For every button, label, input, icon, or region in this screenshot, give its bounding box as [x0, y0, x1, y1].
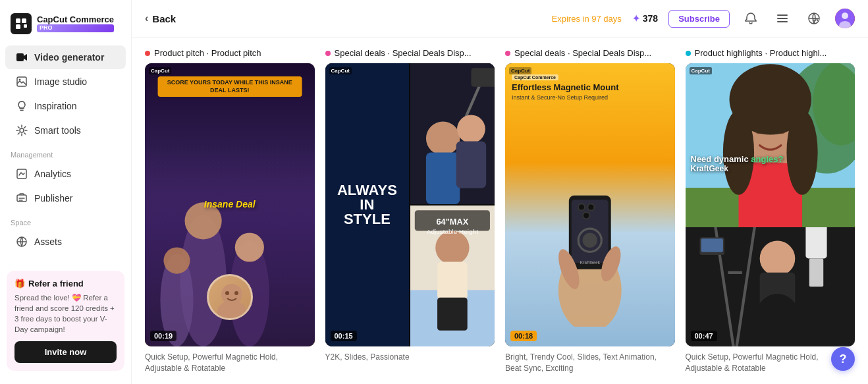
credits-icon: ✦	[632, 13, 640, 24]
svg-rect-2	[16, 24, 20, 29]
notification-button[interactable]	[740, 8, 761, 29]
svg-rect-4	[16, 53, 24, 61]
thumb1-overlay: Insane Deal	[204, 199, 256, 209]
svg-point-76	[759, 241, 795, 277]
menu-icon	[776, 12, 789, 25]
card-header: Product highlights · Product highl...	[686, 48, 855, 58]
sidebar-item-label: Video generator	[34, 52, 104, 63]
language-icon: EN	[807, 12, 821, 25]
svg-rect-34	[456, 141, 487, 188]
cards-container: Product pitch · Product pitch CapCut SCO…	[132, 38, 868, 384]
help-icon: ?	[840, 352, 847, 366]
svg-rect-0	[16, 18, 20, 23]
inspiration-icon	[16, 100, 28, 112]
sidebar-item-label: Smart tools	[34, 125, 81, 136]
card-header: Product pitch · Product pitch	[145, 48, 315, 58]
bell-icon	[744, 12, 757, 25]
sidebar-item-assets[interactable]: Assets	[5, 230, 126, 254]
svg-rect-1	[22, 18, 26, 23]
svg-point-21	[235, 233, 264, 261]
svg-rect-30	[472, 68, 495, 87]
card-desc-3: Bright, Trendy Cool, Slides, Text Animat…	[505, 352, 675, 374]
card-dot-cyan	[686, 51, 691, 56]
user-avatar[interactable]	[835, 9, 855, 28]
duration-badge-2: 00:15	[331, 331, 357, 341]
card-thumbnail-2[interactable]: CapCut ALWAYS IN STYLE	[325, 63, 495, 346]
sidebar-nav: Video generator Image studio Inspiration	[0, 45, 131, 265]
space-section-label: Space	[0, 211, 131, 229]
sidebar-item-publisher[interactable]: Publisher	[5, 186, 126, 210]
card-header-text: Product pitch · Product pitch	[154, 48, 261, 58]
duration-badge-3: 00:18	[510, 331, 537, 341]
refer-friend-desc: Spread the love! 💝 Refer a friend and sc…	[14, 292, 117, 335]
credits-badge: ✦ 378	[632, 13, 658, 24]
app-name-capcut: CapCut Commerce	[37, 15, 114, 24]
svg-point-49	[588, 204, 593, 209]
sidebar-item-inspiration[interactable]: Inspiration	[5, 94, 126, 118]
svg-point-47	[579, 204, 584, 209]
thumb1-banner: SCORE YOURS TODAY WHILE THIS INSANE DEAL…	[157, 76, 302, 97]
card-desc-4: Quick Setup, Powerful Magnetic Hold, Adj…	[686, 352, 855, 374]
card-dot-red	[145, 51, 150, 56]
svg-point-7	[20, 128, 24, 132]
sidebar-item-label: Analytics	[34, 169, 71, 179]
expires-text: Expires in 97 days	[552, 14, 622, 24]
publisher-icon	[16, 192, 28, 204]
image-studio-icon	[16, 76, 28, 88]
svg-text:KraftGeek: KraftGeek	[580, 260, 601, 264]
topbar: ‹ Back Expires in 97 days ✦ 378 Subscrib…	[132, 0, 868, 38]
main-content: ‹ Back Expires in 97 days ✦ 378 Subscrib…	[132, 0, 868, 384]
svg-text:Adjustable Height: Adjustable Height	[427, 228, 478, 235]
card-product-highlights: Product highlights · Product highl... Ca…	[686, 48, 855, 374]
svg-point-26	[225, 291, 229, 295]
card-thumbnail-1[interactable]: CapCut SCORE YOURS TODAY WHILE THIS INSA…	[145, 63, 315, 346]
duration-badge-4: 00:47	[691, 331, 717, 341]
back-label: Back	[152, 13, 176, 24]
cards-grid: Product pitch · Product pitch CapCut SCO…	[145, 48, 855, 374]
subscribe-button[interactable]: Subscribe	[668, 10, 730, 28]
card-desc-1: Quick Setup, Powerful Magnetic Hold, Adj…	[145, 352, 315, 374]
sidebar-item-label: Inspiration	[34, 101, 77, 111]
language-button[interactable]: EN	[803, 8, 825, 29]
sidebar-item-smart-tools[interactable]: Smart tools	[5, 119, 126, 142]
refer-friend-title: 🎁 Refer a friend	[14, 279, 117, 288]
svg-point-27	[234, 291, 238, 295]
card-dot-pink-2	[505, 51, 510, 56]
sidebar-item-label: Image studio	[34, 76, 87, 87]
svg-point-6	[19, 79, 21, 81]
svg-text:EN: EN	[813, 18, 818, 22]
svg-rect-32	[426, 153, 460, 204]
sidebar-item-video-generator[interactable]: Video generator	[5, 45, 126, 69]
help-button[interactable]: ?	[831, 347, 855, 371]
card-special-deals-1: Special deals · Special Deals Disp... Ca…	[325, 48, 495, 374]
card-thumbnail-4[interactable]: CapCut	[686, 63, 855, 346]
card-header-text: Product highlights · Product highl...	[695, 48, 827, 58]
card-header: Special deals · Special Deals Disp...	[505, 48, 675, 58]
analytics-icon	[16, 168, 28, 180]
svg-rect-12	[777, 21, 788, 22]
svg-rect-71	[805, 227, 827, 258]
svg-point-16	[842, 13, 848, 19]
svg-point-23	[163, 248, 190, 274]
svg-rect-3	[24, 24, 27, 28]
svg-point-68	[722, 110, 753, 195]
card-thumbnail-3[interactable]: CapCut CapCut Commerce Effortless Magnet…	[505, 63, 675, 346]
svg-rect-11	[777, 18, 788, 19]
duration-badge-1: 00:19	[150, 331, 176, 341]
sidebar-item-image-studio[interactable]: Image studio	[5, 70, 126, 94]
back-button[interactable]: ‹ Back	[145, 13, 176, 24]
card-header-text: Special deals · Special Deals Disp...	[335, 48, 472, 58]
sidebar-item-analytics[interactable]: Analytics	[5, 162, 126, 186]
svg-point-37	[435, 231, 469, 265]
svg-point-31	[426, 121, 460, 155]
sidebar: CapCut Commerce PRO Video generator	[0, 0, 132, 384]
svg-point-51	[583, 213, 589, 218]
svg-rect-80	[701, 239, 722, 252]
svg-rect-38	[437, 262, 468, 300]
menu-button[interactable]	[772, 8, 793, 29]
card-desc-2: Y2K, Slides, Passionate	[325, 352, 495, 363]
invite-now-button[interactable]: Invite now	[14, 341, 117, 363]
refer-friend-card: 🎁 Refer a friend Spread the love! 💝 Refe…	[7, 271, 124, 371]
svg-rect-10	[777, 14, 788, 16]
svg-point-53	[583, 233, 597, 247]
